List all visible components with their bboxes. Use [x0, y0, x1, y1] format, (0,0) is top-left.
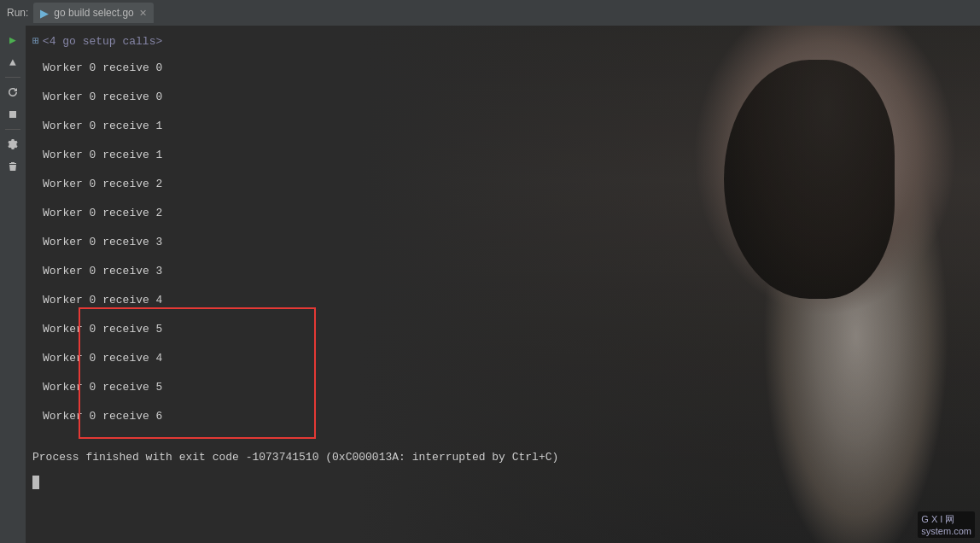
process-line-text: Process finished with exit code -1073741… — [32, 451, 558, 464]
console-line-text-2: Worker 0 receive 1 — [43, 120, 162, 132]
console-line-text-5: Worker 0 receive 2 — [43, 207, 162, 219]
console-line-text-12: Worker 0 receive 6 — [43, 410, 162, 423]
tab-icon: ▶ — [40, 7, 49, 20]
tab-name: go build select.go — [54, 7, 133, 19]
console-line-text-9: Worker 0 receive 5 — [43, 323, 162, 336]
console-line-10: Worker 0 receive 4 — [26, 343, 980, 372]
tab[interactable]: ▶ go build select.go ✕ — [33, 3, 153, 23]
console-line-7: Worker 0 receive 3 — [26, 256, 980, 285]
cursor-line — [26, 471, 980, 493]
console-line-text-6: Worker 0 receive 3 — [43, 236, 162, 248]
console-line-11: Worker 0 receive 5 — [26, 372, 980, 401]
console-line-text-7: Worker 0 receive 3 — [43, 265, 162, 277]
console-line-text-1: Worker 0 receive 0 — [43, 90, 162, 103]
console-line-5: Worker 0 receive 2 — [26, 198, 980, 227]
watermark-line1: G X I 网 — [921, 513, 971, 526]
console-line-9: Worker 0 receive 5 — [26, 314, 980, 343]
watermark-line2: system.com — [921, 526, 971, 536]
console-line-1: Worker 0 receive 0 — [26, 82, 980, 111]
console-line-text-0: Worker 0 receive 0 — [43, 61, 162, 74]
console-header: ⊞ <4 go setup calls> — [26, 29, 980, 53]
cursor — [32, 476, 39, 489]
process-line: Process finished with exit code -1073741… — [26, 442, 980, 471]
console-line-4: Worker 0 receive 2 — [26, 169, 980, 198]
svg-rect-0 — [9, 111, 16, 118]
rerun-button[interactable] — [3, 83, 22, 102]
tab-close-icon[interactable]: ✕ — [139, 8, 147, 19]
console-line-6: Worker 0 receive 3 — [26, 227, 980, 256]
expand-icon[interactable]: ⊞ — [32, 34, 39, 48]
console-line-12: Worker 0 receive 6 — [26, 401, 980, 430]
toolbar-separator-1 — [5, 77, 20, 78]
play-button[interactable]: ▶ — [3, 31, 22, 50]
console-line-8: Worker 0 receive 4 — [26, 285, 980, 314]
console-line-text-10: Worker 0 receive 4 — [43, 352, 162, 365]
console-line-text-8: Worker 0 receive 4 — [43, 294, 162, 307]
trash-button[interactable] — [3, 157, 22, 176]
console-line-text-4: Worker 0 receive 2 — [43, 178, 162, 190]
console-line-0: Worker 0 receive 0 — [26, 53, 980, 82]
console-line-2: Worker 0 receive 1 — [26, 111, 980, 140]
up-button[interactable]: ▲ — [3, 53, 22, 72]
left-toolbar: ▶ ▲ — [0, 26, 26, 543]
main-area: ▶ ▲ — [0, 26, 980, 543]
watermark: G X I 网 system.com — [918, 511, 975, 538]
console-line-3: Worker 0 receive 1 — [26, 140, 980, 169]
app-container: Run: ▶ go build select.go ✕ ▶ ▲ — [0, 0, 980, 543]
console-line-text-3: Worker 0 receive 1 — [43, 149, 162, 161]
console-area: ⊞ <4 go setup calls> Worker 0 receive 0 … — [26, 26, 980, 543]
console-content: ⊞ <4 go setup calls> Worker 0 receive 0 … — [26, 26, 980, 543]
console-line-text-11: Worker 0 receive 5 — [43, 381, 162, 394]
settings-button[interactable] — [3, 135, 22, 154]
console-header-text: <4 go setup calls> — [43, 35, 162, 48]
run-label: Run: — [7, 7, 28, 19]
top-bar: Run: ▶ go build select.go ✕ — [0, 0, 980, 26]
toolbar-separator-2 — [5, 129, 20, 130]
stop-button[interactable] — [3, 105, 22, 124]
